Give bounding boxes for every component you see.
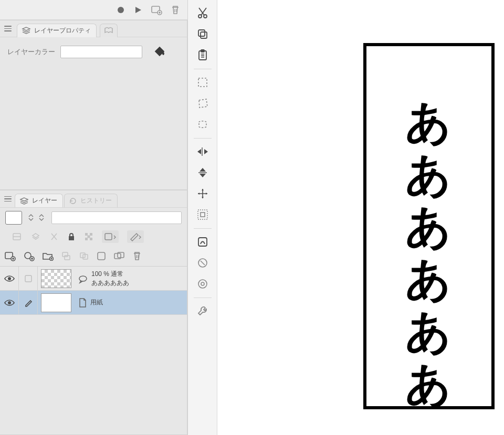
- svg-rect-7: [85, 238, 88, 240]
- svg-rect-31: [201, 50, 204, 52]
- tab-layer-property[interactable]: レイヤープロパティ: [17, 24, 97, 37]
- play-icon[interactable]: [134, 6, 142, 14]
- layer-property-panel: レイヤープロパティ レイヤーカラー: [0, 20, 187, 190]
- layer-property-tab-label: レイヤープロパティ: [34, 26, 91, 35]
- lock-toggle[interactable]: [19, 267, 38, 290]
- history-tab-label: ヒストリー: [80, 196, 112, 205]
- tab-layer-property-secondary[interactable]: [100, 24, 118, 37]
- cut-icon[interactable]: [192, 3, 213, 23]
- add-clip-icon[interactable]: [151, 5, 162, 15]
- animation-toolbar: [0, 0, 187, 20]
- svg-rect-8: [90, 238, 92, 240]
- select-free-icon[interactable]: [192, 93, 213, 113]
- svg-rect-28: [198, 30, 205, 36]
- lock-toggle[interactable]: [19, 291, 38, 314]
- opacity-stepper[interactable]: [39, 214, 44, 221]
- svg-rect-19: [98, 252, 105, 260]
- svg-point-38: [201, 282, 204, 285]
- layer-row[interactable]: 100 % 通常 ああああああ: [0, 267, 187, 291]
- svg-rect-33: [198, 210, 207, 219]
- wrench-icon[interactable]: [192, 301, 213, 321]
- svg-point-25: [8, 301, 10, 303]
- svg-rect-32: [198, 78, 207, 87]
- layer-tab-label: レイヤー: [32, 196, 57, 205]
- blend-mode-thumb[interactable]: [5, 211, 22, 225]
- flip-vertical-icon[interactable]: [192, 163, 213, 183]
- svg-point-22: [8, 277, 10, 279]
- paste-icon[interactable]: [192, 45, 213, 65]
- scale-down-icon[interactable]: [192, 205, 213, 225]
- combine-icon[interactable]: [79, 251, 89, 261]
- reference-icon[interactable]: [30, 232, 41, 241]
- svg-rect-16: [65, 256, 70, 260]
- layer-label: 100 % 通常 ああああああ: [91, 270, 129, 287]
- layer-row[interactable]: 用紙: [0, 291, 187, 315]
- delete-layer-icon[interactable]: [132, 251, 142, 261]
- speech-balloon-frame[interactable]: ああああああ: [363, 43, 495, 409]
- layers-tab-icon: [19, 197, 29, 205]
- canvas[interactable]: ああああああ: [217, 0, 504, 435]
- layer-label: 用紙: [90, 298, 103, 306]
- tab-history[interactable]: ヒストリー: [64, 194, 118, 207]
- layer-color-label: レイヤーカラー: [7, 47, 55, 57]
- panel-menu-icon[interactable]: [4, 26, 12, 31]
- svg-point-24: [79, 276, 87, 281]
- record-icon[interactable]: [116, 5, 125, 15]
- new-folder-icon[interactable]: [42, 251, 54, 261]
- new-vector-layer-icon[interactable]: [23, 251, 35, 261]
- blend-mode-stepper[interactable]: [28, 214, 34, 221]
- layer-list: 100 % 通常 ああああああ: [0, 266, 187, 315]
- layer-color-swatch[interactable]: [60, 46, 142, 58]
- svg-rect-4: [85, 233, 88, 236]
- transform-c-icon[interactable]: [192, 274, 213, 294]
- book-icon: [104, 27, 113, 34]
- tab-layer[interactable]: レイヤー: [15, 194, 63, 207]
- mask-dropdown-icon[interactable]: [102, 230, 119, 243]
- ruler-dropdown-icon[interactable]: [127, 230, 144, 243]
- transform-b-icon[interactable]: [192, 253, 213, 273]
- move-arrows-icon[interactable]: [192, 184, 213, 204]
- transfer-down-icon[interactable]: [61, 251, 71, 261]
- svg-rect-34: [201, 213, 205, 217]
- svg-point-0: [118, 7, 124, 13]
- layer-iconrow-1: [0, 227, 187, 246]
- layer-thumbnail[interactable]: [41, 293, 71, 312]
- visibility-toggle[interactable]: [0, 267, 19, 290]
- svg-rect-29: [201, 32, 207, 38]
- panel-menu-icon[interactable]: [4, 196, 12, 202]
- pencil-icon: [24, 298, 33, 307]
- lock-icon[interactable]: [67, 232, 76, 241]
- layer-iconrow-2: [0, 246, 187, 266]
- svg-rect-9: [105, 234, 112, 240]
- select-shrink-icon[interactable]: [192, 114, 213, 134]
- opacity-field[interactable]: [51, 211, 182, 224]
- svg-rect-15: [62, 252, 68, 257]
- svg-rect-5: [90, 233, 92, 236]
- square-icon: [24, 274, 33, 283]
- right-tool-strip: [188, 0, 217, 435]
- transform-a-icon[interactable]: [192, 232, 213, 252]
- select-rect-icon[interactable]: [192, 72, 213, 92]
- trash-icon[interactable]: [171, 5, 180, 15]
- layer-panel: レイヤー ヒストリー: [0, 190, 187, 435]
- copy-icon[interactable]: [192, 24, 213, 44]
- draft-icon[interactable]: [49, 232, 59, 241]
- paper-layer-type-icon: [78, 298, 87, 308]
- layer-color-dot-icon[interactable]: [97, 251, 106, 261]
- new-raster-layer-icon[interactable]: [4, 251, 16, 261]
- text-layer-type-icon: [78, 273, 88, 284]
- eye-icon: [4, 299, 15, 306]
- svg-rect-23: [25, 275, 32, 282]
- visibility-toggle[interactable]: [0, 291, 19, 314]
- clip-mask-icon[interactable]: [12, 232, 22, 241]
- layer-property-tab-icon: [22, 26, 31, 35]
- paint-bucket-icon[interactable]: [153, 45, 166, 58]
- eye-icon: [4, 275, 15, 282]
- duplicate-layer-icon[interactable]: [113, 251, 125, 261]
- svg-rect-6: [88, 236, 90, 238]
- layer-thumbnail[interactable]: [41, 269, 71, 288]
- history-tab-icon: [69, 197, 77, 205]
- flip-horizontal-icon[interactable]: [192, 142, 213, 162]
- checker-icon[interactable]: [84, 232, 93, 241]
- balloon-text[interactable]: ああああああ: [398, 69, 460, 383]
